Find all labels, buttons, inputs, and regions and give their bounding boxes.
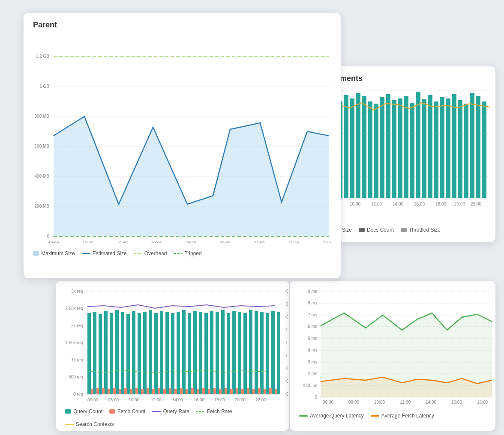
doc-bar	[374, 104, 378, 198]
legend-estimated-size: Estimated Size	[82, 250, 127, 256]
legend-swatch-overhead	[134, 253, 142, 254]
x-l-3: 10:00	[374, 400, 385, 405]
y-qr-8: 0.8 req/s	[286, 289, 288, 294]
x-label-1920: 19:20	[82, 241, 93, 243]
y-label-400: 400 MB	[35, 174, 50, 179]
y-qr-3: 0.3 req/s	[286, 353, 288, 358]
q-bar	[104, 311, 108, 394]
f-bar	[169, 388, 171, 394]
doc-bar	[422, 99, 426, 198]
q-bar	[260, 312, 264, 394]
y-label-0: 0	[47, 234, 49, 238]
parent-chart-area: 0 200 MB 400 MB 600 MB 800 MB 1 GB 1.2 G…	[24, 33, 341, 247]
f-bar	[236, 388, 238, 394]
q-bar	[115, 310, 119, 394]
q-bar	[132, 311, 135, 394]
y-label-800: 800 MB	[35, 114, 50, 119]
doc-bar	[446, 98, 450, 198]
x-doc-4: 14:00	[393, 202, 403, 206]
q-bar	[87, 313, 91, 394]
documents-chart: 08:00 10:00 12:00 14:00 16:00 18:00 20:0…	[321, 86, 492, 219]
doc-bar	[380, 97, 384, 198]
x-l-7: 18:00	[477, 400, 488, 405]
doc-bar	[392, 100, 396, 198]
q-bar	[227, 313, 230, 394]
x-l-4: 12:00	[400, 400, 411, 405]
x-label-2100: 21:00	[254, 241, 264, 243]
y-l-0: 0	[315, 395, 317, 399]
y-l-7ms: 7 ms	[308, 313, 317, 317]
f-bar	[130, 389, 132, 394]
parent-title: Parent	[24, 13, 341, 33]
legend-search-contexts: Search Contexts	[65, 421, 114, 427]
q-bar	[204, 313, 208, 394]
x-label-2120: 21:20	[288, 241, 299, 243]
legend-swatch-fcount	[109, 409, 115, 414]
doc-bar	[410, 103, 414, 198]
x-q-6: 16:00	[194, 398, 204, 401]
f-bar	[186, 389, 188, 394]
legend-swatch-aql	[299, 415, 308, 417]
f-bar	[269, 388, 272, 394]
doc-bar	[398, 98, 402, 198]
x-doc-8: 22:00	[471, 202, 481, 206]
q-bar	[177, 312, 180, 394]
q-bar	[243, 313, 247, 394]
f-bar	[275, 389, 277, 394]
doc-bar	[470, 93, 474, 198]
f-bar	[174, 389, 177, 394]
q-bar	[154, 313, 158, 394]
y-q-0: 0 req	[73, 392, 83, 396]
legend-swatch-sc	[65, 424, 74, 425]
legend-docs-count: Docs Count	[359, 227, 394, 233]
y-q-150k: 1.50k req	[65, 340, 83, 345]
q-bar	[93, 312, 96, 394]
doc-bar	[434, 101, 438, 198]
parent-card: Parent 0 200 MB 400 MB 600 MB 800 MB 1 G…	[24, 13, 341, 278]
legend-avg-fetch-latency: Average Fetch Latency	[371, 413, 434, 419]
y-q-2k: 2k req	[71, 323, 83, 328]
y-l-8ms: 8 ms	[308, 301, 317, 305]
y-l-3ms: 3 ms	[308, 360, 317, 364]
y-l-1000: 1000 us	[302, 383, 317, 388]
f-bar	[264, 389, 266, 394]
x-label-2040: 20:40	[219, 241, 230, 243]
q-bar	[110, 313, 113, 394]
f-bar	[213, 388, 216, 394]
legend-tripped: Tripped	[174, 250, 201, 256]
f-bar	[141, 389, 144, 394]
x-label-2020: 20:20	[185, 241, 196, 243]
f-bar	[208, 389, 210, 394]
doc-bar	[476, 96, 480, 198]
x-l-5: 14:00	[426, 400, 436, 405]
legend-overhead: Overhead	[134, 250, 167, 256]
y-label-200: 200 MB	[35, 204, 50, 209]
f-bar	[258, 388, 261, 394]
q-bar	[171, 313, 174, 394]
doc-bar	[368, 101, 372, 198]
legend-swatch-qcount	[65, 409, 71, 414]
x-q-1: 06:00	[87, 398, 98, 401]
doc-bar	[356, 93, 360, 198]
legend-label-overhead: Overhead	[144, 250, 167, 256]
query-chart-area: 0 req 500 req 1k req 1.50k req 2k req 2.…	[56, 281, 289, 405]
doc-bar	[386, 94, 390, 198]
legend-label-fcount: Fetch Count	[117, 408, 145, 414]
f-bar	[247, 388, 249, 394]
latency-legend: Average Query Latency Average Fetch Late…	[290, 409, 495, 425]
f-bar	[158, 388, 160, 394]
q-bar	[210, 311, 213, 394]
q-bar	[199, 312, 202, 394]
x-q-7: 18:00	[214, 398, 225, 401]
legend-swatch-tripped	[174, 253, 182, 254]
q-bar	[232, 311, 236, 394]
doc-bar	[458, 100, 462, 198]
q-bar	[165, 312, 169, 394]
f-bar	[180, 388, 183, 394]
q-bar	[238, 312, 241, 394]
q-bar	[266, 313, 269, 394]
q-bar	[193, 311, 197, 394]
doc-bar	[344, 95, 348, 198]
f-bar	[135, 388, 138, 394]
y-qr-0: 0 req/s	[286, 392, 288, 396]
